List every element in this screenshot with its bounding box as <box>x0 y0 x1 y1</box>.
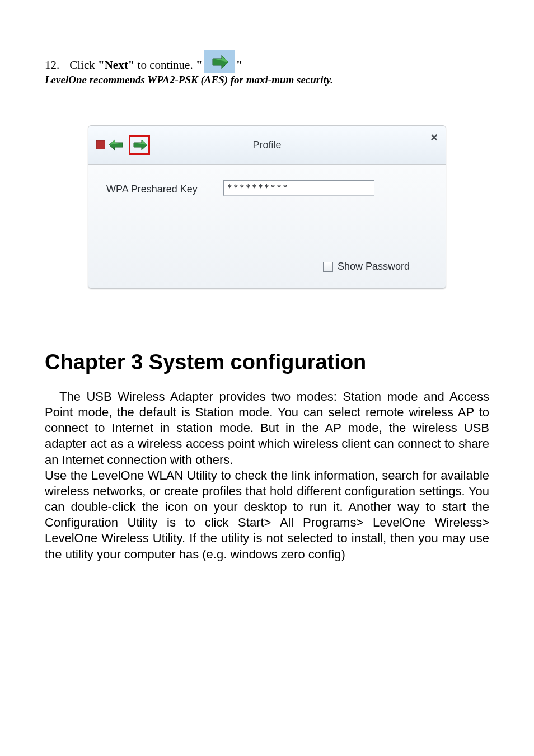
instruction-post: to continue. <box>134 58 196 72</box>
body-paragraphs: The USB Wireless Adapter provides two mo… <box>45 389 489 562</box>
stop-icon[interactable] <box>96 140 105 149</box>
profile-dialog: Profile × WPA Preshared Key Show Passwor… <box>88 125 446 289</box>
instruction-line: 12. Click "Next" to continue. " " <box>45 50 489 73</box>
show-password-label: Show Password <box>338 261 410 273</box>
dialog-header: Profile × <box>88 126 446 165</box>
psk-label: WPA Preshared Key <box>106 180 198 195</box>
show-password-checkbox[interactable] <box>323 262 333 272</box>
paragraph-1: The USB Wireless Adapter provides two mo… <box>45 389 489 467</box>
back-arrow-icon[interactable] <box>109 137 125 153</box>
next-arrow-icon <box>204 50 235 73</box>
close-icon[interactable]: × <box>430 132 438 144</box>
forward-arrow-icon[interactable] <box>131 137 148 153</box>
next-highlight-box <box>129 135 150 155</box>
paragraph-2: Use the LevelOne WLAN Utility to check t… <box>45 468 489 561</box>
close-quote: " <box>236 58 243 73</box>
instruction-number: 12. <box>45 58 59 73</box>
instruction-pre: Click <box>69 58 98 72</box>
open-quote: " <box>196 58 203 72</box>
svg-marker-5 <box>134 140 147 150</box>
recommendation-line: LevelOne recommends WPA2-PSK (AES) for m… <box>45 74 489 86</box>
psk-input[interactable] <box>223 180 374 196</box>
chapter-heading: Chapter 3 System configuration <box>45 350 489 374</box>
instruction-bold: "Next" <box>98 58 134 72</box>
svg-marker-3 <box>109 140 123 150</box>
